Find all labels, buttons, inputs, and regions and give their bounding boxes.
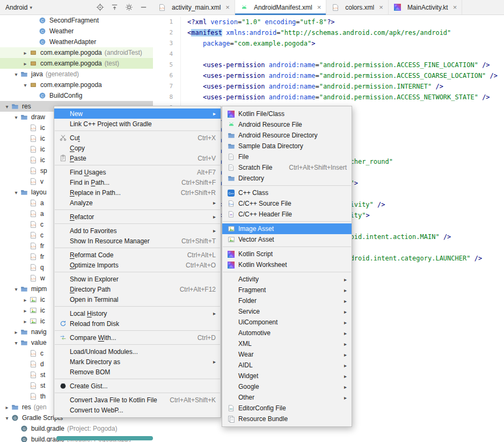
submenu-item-c-c-header-file[interactable]: HC/C++ Header File (222, 209, 352, 220)
menu-item-reformat-code[interactable]: Reformat CodeCtrl+Alt+L (54, 250, 221, 260)
menu-item-load-unload-modules[interactable]: Load/Unload Modules... (54, 346, 221, 357)
menu-item-add-to-favorites[interactable]: Add to Favorites▸ (54, 226, 221, 236)
tree-row-weather[interactable]: CWeather (0, 26, 153, 37)
submenu-item-folder[interactable]: Folder▸ (222, 295, 352, 306)
submenu-item-android-resource-directory[interactable]: Android Resource Directory (222, 130, 352, 141)
submenu-item-wear[interactable]: Wear▸ (222, 349, 352, 360)
expand-arrow-icon[interactable]: ▸ (3, 404, 11, 410)
submenu-item-kotlin-file-class[interactable]: Kotlin File/Class (222, 108, 352, 119)
submenu-item-file[interactable]: File (222, 151, 352, 162)
menu-item-directory-path[interactable]: Directory PathCtrl+Alt+F12 (54, 284, 221, 294)
menu-item-optimize-imports[interactable]: Optimize ImportsCtrl+Alt+O (54, 260, 221, 270)
menu-item-show-in-explorer[interactable]: Show in Explorer (54, 274, 221, 284)
submenu-item-xml[interactable]: XML▸ (222, 338, 352, 349)
menu-item-link-c-project-with-gradle[interactable]: Link C++ Project with Gradle (54, 119, 221, 129)
hide-panel-icon[interactable] (139, 3, 148, 12)
collapse-arrow-icon[interactable]: ▾ (12, 286, 20, 292)
collapse-arrow-icon[interactable]: ▾ (12, 114, 20, 120)
collapse-arrow-icon[interactable]: ▾ (12, 340, 20, 346)
submenu-item-android-resource-file[interactable]: Android Resource File (222, 119, 352, 130)
menu-item-show-in-resource-manager[interactable]: Show In Resource ManagerCtrl+Shift+T (54, 236, 221, 246)
close-tab-icon[interactable]: × (379, 4, 383, 11)
collapse-arrow-icon[interactable]: ▾ (3, 104, 11, 110)
submenu-item-google[interactable]: Google▸ (222, 381, 352, 392)
menu-item-copy[interactable]: Copy (54, 143, 221, 153)
menu-item-replace-in-path[interactable]: Replace in Path...Ctrl+Shift+R (54, 187, 221, 198)
expand-arrow-icon[interactable]: ▸ (21, 61, 29, 67)
submenu-item-uicomponent[interactable]: UiComponent▸ (222, 317, 352, 328)
locate-icon[interactable] (96, 3, 104, 12)
menu-item-compare-with[interactable]: Compare With...Ctrl+D (54, 332, 221, 343)
submenu-item-editorconfig-file[interactable]: ecEditorConfig File (222, 403, 352, 414)
menu-item-mark-directory-as[interactable]: Mark Directory as▸ (54, 357, 221, 367)
menu-item-new[interactable]: New▸ (54, 108, 221, 119)
tree-row-weatheradapter[interactable]: CWeatherAdapter (0, 37, 153, 47)
collapse-arrow-icon[interactable]: ▾ (12, 190, 20, 195)
tab-mainactivity-kt[interactable]: MainActivity.kt× (389, 0, 462, 15)
tree-row-build-gradle-project-pogoda[interactable]: Gbuild.gradle(Project: Pogoda) (0, 423, 153, 434)
tree-item-label: c (40, 221, 43, 228)
submenu-item-image-asset[interactable]: Image Asset (222, 223, 352, 234)
submenu-item-other[interactable]: Other▸ (222, 392, 352, 403)
svg-text:</>: </> (31, 148, 35, 151)
submenu-item-automotive[interactable]: Automotive▸ (222, 328, 352, 338)
menu-item-find-usages[interactable]: Find UsagesAlt+F7 (54, 167, 221, 177)
tree-row-com-example-pogoda-androidtest[interactable]: ▸com.example.pogoda(androidTest) (0, 47, 153, 58)
submenu-item-vector-asset[interactable]: Vector Asset (222, 234, 352, 245)
expand-arrow-icon[interactable]: ▸ (21, 318, 29, 324)
tab-colors-xml[interactable]: </>colors.xml× (326, 0, 389, 15)
collapse-arrow-icon[interactable]: ▾ (3, 415, 11, 421)
menu-item-find-in-path[interactable]: Find in Path...Ctrl+Shift+F (54, 177, 221, 187)
expand-arrow-icon[interactable]: ▸ (12, 329, 20, 335)
submenu-item-service[interactable]: Service▸ (222, 306, 352, 317)
submenu-item-c-c-source-file[interactable]: C++C/C++ Source File (222, 198, 352, 209)
expand-arrow-icon[interactable]: ▸ (21, 308, 29, 314)
submenu-item-widget[interactable]: Widget▸ (222, 371, 352, 381)
tree-row-buildconfig[interactable]: CBuildConfig (0, 90, 153, 101)
submenu-item-c-class[interactable]: C++C++ Class (222, 187, 352, 198)
submenu-item-kotlin-worksheet[interactable]: Kotlin Worksheet (222, 259, 352, 270)
close-tab-icon[interactable]: × (317, 4, 322, 11)
menu-item-local-history[interactable]: Local History▸ (54, 308, 221, 318)
menu-item-create-gist[interactable]: Create Gist... (54, 381, 221, 391)
tree-item-label: BuildConfig (49, 92, 82, 99)
tree-item-label: build.gradle (31, 425, 64, 432)
submenu-item-sample-data-directory[interactable]: Sample Data Directory (222, 141, 352, 151)
tab-androidmanifest-xml[interactable]: AndroidManifest.xml× (235, 0, 326, 15)
submenu-item-scratch-file[interactable]: Scratch FileCtrl+Alt+Shift+Insert (222, 162, 352, 173)
expand-arrow-icon[interactable]: ▸ (21, 297, 29, 303)
settings-icon[interactable] (125, 3, 133, 12)
menu-item-analyze[interactable]: Analyze▸ (54, 198, 221, 208)
menu-separator (222, 270, 352, 274)
menu-item-refactor[interactable]: Refactor▸ (54, 212, 221, 222)
submenu-item-kotlin-script[interactable]: Kotlin Script (222, 249, 352, 259)
menu-item-convert-to-webp[interactable]: Convert to WebP... (54, 405, 221, 415)
menu-item-convert-java-file-to-kotlin-file[interactable]: Convert Java File to Kotlin FileCtrl+Alt… (54, 395, 221, 405)
svg-text:C: C (41, 93, 44, 98)
tree-row-com-example-pogoda[interactable]: ▾com.example.pogoda (0, 79, 153, 90)
collapse-arrow-icon[interactable]: ▾ (21, 82, 29, 88)
expand-arrow-icon[interactable]: ▸ (21, 50, 29, 56)
submenu-item-aidl[interactable]: AIDL▸ (222, 360, 352, 371)
close-tab-icon[interactable]: × (453, 4, 457, 11)
collapse-all-icon[interactable] (110, 3, 119, 12)
submenu-item-fragment[interactable]: Fragment▸ (222, 285, 352, 295)
menu-item-remove-bom[interactable]: Remove BOM (54, 367, 221, 377)
tab-activity-main-xml[interactable]: </>activity_main.xml× (153, 0, 235, 15)
tree-row-java-generated[interactable]: ▾java(generated) (0, 69, 153, 79)
submenu-item-directory[interactable]: Directory (222, 173, 352, 184)
submenu-item-resource-bundle[interactable]: Resource Bundle (222, 414, 352, 424)
collapse-arrow-icon[interactable]: ▾ (12, 71, 20, 77)
menu-item-label: Widget (238, 372, 258, 380)
horizontal-scrollbar-thumb[interactable] (56, 436, 153, 440)
menu-item-paste[interactable]: PasteCtrl+V (54, 153, 221, 163)
project-view-selector[interactable]: Android (5, 4, 27, 11)
tree-row-com-example-pogoda-test[interactable]: ▸com.example.pogoda(test) (0, 58, 153, 69)
menu-item-reload-from-disk[interactable]: Reload from Disk (54, 318, 221, 329)
menu-item-cut[interactable]: CutCtrl+X (54, 133, 221, 143)
menu-item-open-in-terminal[interactable]: Open in Terminal (54, 294, 221, 305)
close-tab-icon[interactable]: × (225, 4, 230, 11)
menu-item-label: Cut (70, 134, 80, 142)
tree-row-secondfragment[interactable]: CSecondFragment (0, 15, 153, 26)
submenu-item-activity[interactable]: Activity▸ (222, 274, 352, 285)
